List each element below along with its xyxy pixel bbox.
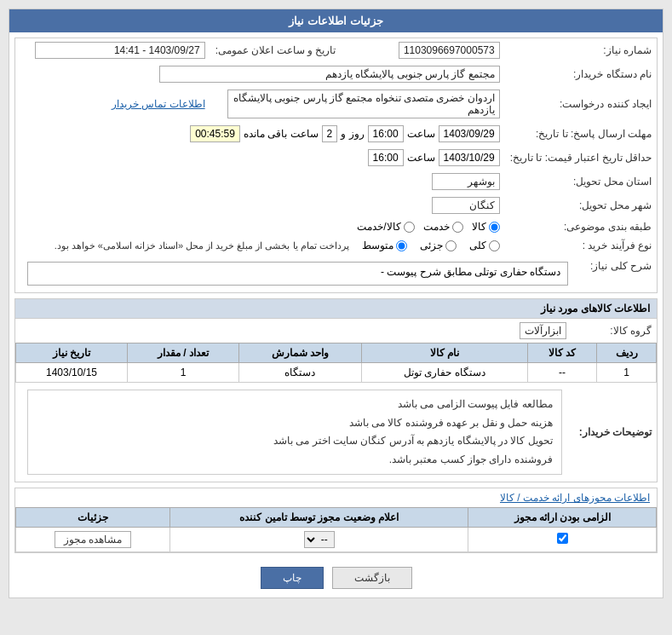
sarkeliat-field: دستگاه حفاری توتلی مطابق شرح پیوست - [27,262,568,286]
col-elzami: الزامی بودن ارائه مجوز [468,508,657,528]
elzami-checkbox[interactable] [557,533,568,544]
mohlat-label: مهلت ارسال پاسخ: تا تاریخ: [505,122,657,146]
ettelaat-link-cell: اطلاعات تماس خریدار [15,86,210,122]
mohlat-saat-label: ساعت [407,128,435,140]
radio-khedmat-label: خدمت [423,221,450,233]
description-label: توضیحات خریدار: [574,383,657,482]
mohlat-mande: 00:45:59 [190,125,240,142]
description-line: فروشنده دارای جواز کسب معتبر باشد. [37,451,553,470]
radio-motavaset-label: متوسط [362,240,393,251]
mojozha-link-container: اطلاعات مجوزهای ارائه خدمت / کالا [15,488,657,507]
mohlat-saat: 16:00 [368,125,404,142]
nooe-cell: کلی جزئی متوسط پرداخت تمام یا بخشی از مب… [15,236,505,255]
row-tabaqe: طبقه بندی موضوعی: کالا خدمت [15,217,657,236]
shomara-niaz-value: 1103096697000573 [341,38,504,62]
radio-kala-input[interactable] [489,222,500,233]
view-mojoz-button[interactable]: مشاهده مجوز [55,531,131,548]
radio-kala-khedmat: کالا/خدمت [357,221,414,233]
ostan-label: استان محل تحویل: [505,170,657,193]
mojozha-link[interactable]: اطلاعات مجوزهای ارائه خدمت / کالا [500,492,650,504]
page-wrapper: جزئیات اطلاعات نیاز شماره نیاز: 11030966… [9,9,663,598]
hadaqal-cell: 1403/10/29 ساعت 16:00 [15,146,505,170]
bottom-buttons: بازگشت چاپ [9,558,663,597]
radio-jozi: جزئی [420,240,457,251]
group-kala-cell: ابزارآلات [15,319,571,343]
col-tarikh: تاریخ نیاز [16,343,128,363]
cell-radif: 1 [597,363,657,383]
nooe-label: نوع فرآیند خرید : [505,236,657,255]
row-shahr: شهر محل تحویل: کنگان [15,193,657,217]
kalaha-section: اطلاعات کالاهای مورد نیاز گروه کالا: ابز… [14,298,658,482]
kalaha-tbody: 1 -- دستگاه حفاری توتل دستگاه 1 1403/10/… [16,363,657,383]
name-dastgah-label: نام دستگاه خریدار: [505,62,657,86]
date-field: 1403/09/27 - 14:41 [35,42,205,59]
ostan-cell: بوشهر [15,170,505,193]
radio-kolli-input[interactable] [489,240,500,251]
mojozha-table: الزامی بودن ارائه مجوز اعلام وضعیت مجوز … [15,507,657,552]
radio-kolli-label: کلی [469,240,486,251]
hadaqal-row: 1403/10/29 ساعت 16:00 [20,149,500,166]
back-button[interactable]: بازگشت [332,567,412,589]
group-kala-row: گروه کالا: ابزارآلات [15,319,657,343]
shahr-cell: کنگان [15,193,505,217]
row-ostan: استان محل تحویل: بوشهر [15,170,657,193]
mojozha-section: اطلاعات مجوزهای ارائه خدمت / کالا الزامی… [14,488,658,553]
kalaha-thead: ردیف کد کالا نام کالا واحد شمارش تعداد /… [16,343,657,363]
radio-kala: کالا [472,221,500,233]
description-line: تحویل کالا در پالایشگاه یازدهم به آدرس ک… [37,432,553,451]
desc-table: توضیحات خریدار: مطالعه فایل پیوست الزامی… [15,383,657,482]
ijad-label: ایجاد کننده درخواست: [505,86,657,122]
cell-kod: -- [527,363,596,383]
radio-jozi-label: جزئی [420,240,443,251]
radio-khedmat-input[interactable] [452,222,463,233]
hadaqal-date: 1403/10/29 [439,149,500,166]
elam-select[interactable]: -- [304,531,335,548]
row-hadaqal: حداقل تاریخ اعتبار قیمت: تا تاریخ: 1403/… [15,146,657,170]
row-ijad: ایجاد کننده درخواست: اردوان خضری متصدی ت… [15,86,657,122]
group-kala-field: ابزارآلات [520,322,566,339]
tabaqe-cell: کالا خدمت کالا/خدمت [15,217,505,236]
col-vahed: واحد شمارش [238,343,361,363]
ettelaat-link[interactable]: اطلاعات تماس خریدار [112,98,205,110]
radio-khedmat: خدمت [423,221,463,233]
radio-jozi-input[interactable] [445,240,457,251]
group-kala-label: گروه کالا: [571,319,657,343]
purchase-note: پرداخت تمام یا بخشی از مبلغ خرید از محل … [55,240,349,251]
sarkeliat-cell: دستگاه حفاری توتلی مطابق شرح پیوست - [15,255,580,292]
cell-tarikh: 1403/10/15 [16,363,128,383]
desc-row: توضیحات خریدار: مطالعه فایل پیوست الزامی… [15,383,657,482]
mohlat-mande-label: ساعت باقی مانده [244,128,319,140]
cell-name: دستگاه حفاری توتل [361,363,527,383]
cell-elzami [468,528,657,552]
hadaqal-saat: 16:00 [368,149,404,166]
tabaqe-group: کالا خدمت کالا/خدمت [20,221,500,233]
row-mohlat: مهلت ارسال پاسخ: تا تاریخ: 1403/09/29 سا… [15,122,657,146]
col-elam: اعلام وضعیت مجوز توسط تامین کننده [170,508,468,528]
radio-kala-label: کالا [472,221,486,233]
radio-kala-khedmat-input[interactable] [404,222,415,233]
mohlat-cell: 1403/09/29 ساعت 16:00 روز و 2 ساعت باقی … [15,122,505,146]
radio-motavaset-input[interactable] [396,240,407,251]
page-header: جزئیات اطلاعات نیاز [9,9,663,32]
purchase-type-group: کلی جزئی متوسط پرداخت تمام یا بخشی از مب… [20,240,500,251]
mojozha-thead: الزامی بودن ارائه مجوز اعلام وضعیت مجوز … [16,508,657,528]
hadaqal-label: حداقل تاریخ اعتبار قیمت: تا تاریخ: [505,146,657,170]
col-kod: کد کالا [527,343,596,363]
col-name: نام کالا [361,343,527,363]
cell-joziyat: مشاهده مجوز [16,528,170,552]
info-table: شماره نیاز: 1103096697000573 تاریخ و ساع… [15,38,657,255]
kalaha-items-table: ردیف کد کالا نام کالا واحد شمارش تعداد /… [15,343,657,383]
print-button[interactable]: چاپ [261,567,324,589]
col-radif: ردیف [597,343,657,363]
cell-vahed: دستگاه [238,363,361,383]
name-dastgah-field: مجتمع گاز پارس جنوبی پالایشگاه یازدهم [159,66,500,83]
shomara-niaz-label: شماره نیاز: [505,38,657,62]
row-nooe-farayand: نوع فرآیند خرید : کلی جزئی م [15,236,657,255]
mojozha-row: -- مشاهده مجوز [16,528,657,552]
col-joziyat: جزئیات [16,508,170,528]
main-section: شماره نیاز: 1103096697000573 تاریخ و ساع… [14,38,658,293]
shahr-label: شهر محل تحویل: [505,193,657,217]
shomara-niaz-field: 1103096697000573 [399,42,500,59]
radio-motavaset: متوسط [362,240,407,251]
ostan-field: بوشهر [432,173,500,190]
